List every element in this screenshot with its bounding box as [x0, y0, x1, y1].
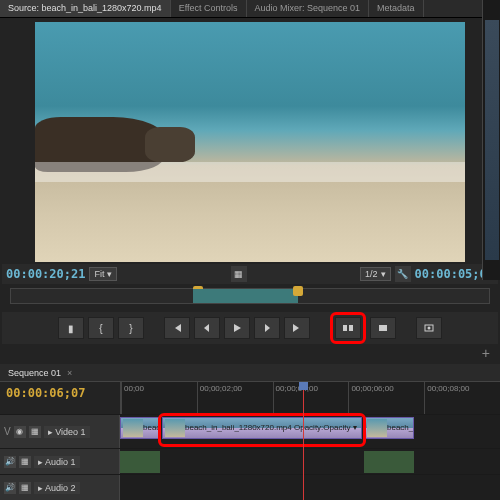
track-name[interactable]: ▸ Audio 1 [34, 456, 80, 468]
speaker-icon[interactable]: 🔊 [4, 456, 16, 468]
ruler-tick: 00;00;06;00 [348, 382, 424, 414]
svg-rect-2 [379, 325, 387, 331]
step-forward-button[interactable] [254, 317, 280, 339]
step-back-button[interactable] [194, 317, 220, 339]
zoom-dropdown[interactable]: Fit▾ [89, 267, 117, 281]
tab-effect-controls[interactable]: Effect Controls [171, 0, 247, 17]
ruler-tick: 00;00;08;00 [424, 382, 500, 414]
ruler-tick: 00;00;02;00 [197, 382, 273, 414]
chevron-down-icon: ▾ [107, 269, 112, 279]
speaker-icon[interactable]: 🔊 [4, 482, 16, 494]
video-clip-main[interactable]: beach_in_bali_1280x720.mp4 Opacity:Opaci… [162, 417, 362, 439]
timeline-header: 00:00:06;07 00;00 00;00;02;00 00;00;04;0… [0, 382, 500, 414]
ruler-tick: 00;00;04;00 [273, 382, 349, 414]
svg-rect-1 [349, 325, 353, 331]
audio-track-2: 🔊 ▦ ▸ Audio 2 [0, 474, 500, 500]
go-to-out-button[interactable] [284, 317, 310, 339]
video-track-header[interactable]: V ◉ ▦ ▸ Video 1 [0, 415, 120, 448]
track-name[interactable]: ▸ Video 1 [44, 426, 90, 438]
tab-source[interactable]: Source: beach_in_bali_1280x720.mp4 [0, 0, 171, 17]
overwrite-button[interactable] [370, 317, 396, 339]
track-name[interactable]: ▸ Audio 2 [34, 482, 80, 494]
playhead-timecode[interactable]: 00:00:06;07 [6, 386, 114, 400]
svg-rect-0 [343, 325, 347, 331]
time-ruler[interactable]: 00;00 00;00;02;00 00;00;04;00 00;00;06;0… [120, 382, 500, 414]
ruler-tick: 00;00 [121, 382, 197, 414]
audio-track-header[interactable]: 🔊 ▦ ▸ Audio 1 [0, 449, 120, 474]
playhead-indicator[interactable] [303, 382, 304, 500]
chevron-down-icon: ▾ [381, 269, 386, 279]
audio-track-content[interactable] [120, 449, 500, 474]
svg-point-4 [428, 327, 431, 330]
marker-button[interactable]: ▮ [58, 317, 84, 339]
lock-icon[interactable]: ▦ [19, 456, 31, 468]
go-to-in-button[interactable] [164, 317, 190, 339]
audio-track-1: 🔊 ▦ ▸ Audio 1 [0, 448, 500, 474]
sequence-tab[interactable]: Sequence 01 × [0, 364, 500, 382]
in-point-timecode[interactable]: 00:00:20;21 [6, 267, 85, 281]
audio-track-header[interactable]: 🔊 ▦ ▸ Audio 2 [0, 475, 120, 500]
source-monitor: 00:00:20;21 Fit▾ ▦ 1/2▾ 🔧 00:00:05;07 ▮ … [0, 18, 500, 364]
lock-icon[interactable]: ▦ [29, 426, 41, 438]
add-controls-row: + [2, 344, 498, 362]
video-clip[interactable]: beach_ [120, 417, 160, 439]
settings-icon[interactable]: ▦ [231, 266, 247, 282]
export-frame-button[interactable] [416, 317, 442, 339]
video-track-1: V ◉ ▦ ▸ Video 1 beach_ beach_in_bali_128… [0, 414, 500, 448]
resolution-dropdown[interactable]: 1/2▾ [360, 267, 391, 281]
out-marker-icon[interactable] [293, 286, 303, 296]
video-clip[interactable]: beach_in [364, 417, 414, 439]
lock-icon[interactable]: ▦ [19, 482, 31, 494]
insert-button[interactable] [335, 317, 361, 339]
mark-in-button[interactable]: { [88, 317, 114, 339]
tab-audio-mixer[interactable]: Audio Mixer: Sequence 01 [247, 0, 370, 17]
highlight-insert [330, 312, 366, 344]
source-tabs: Source: beach_in_bali_1280x720.mp4 Effec… [0, 0, 500, 18]
source-scrubber[interactable] [2, 284, 498, 312]
source-info-bar: 00:00:20;21 Fit▾ ▦ 1/2▾ 🔧 00:00:05;07 [2, 264, 498, 284]
video-preview[interactable] [35, 22, 465, 262]
in-out-range [193, 289, 298, 303]
audio-clip[interactable] [364, 451, 414, 473]
audio-clip[interactable] [120, 451, 160, 473]
v-source-label: V [4, 426, 11, 437]
preview-foam [35, 162, 465, 182]
program-monitor-edge [482, 0, 500, 280]
wrench-icon[interactable]: 🔧 [395, 266, 411, 282]
eye-icon[interactable]: ◉ [14, 426, 26, 438]
tab-metadata[interactable]: Metadata [369, 0, 424, 17]
mark-out-button[interactable]: } [118, 317, 144, 339]
close-icon[interactable]: × [67, 368, 72, 378]
audio-track-content[interactable] [120, 475, 500, 500]
plus-icon[interactable]: + [482, 345, 490, 361]
transport-controls: ▮ { } [2, 312, 498, 344]
video-track-content[interactable]: beach_ beach_in_bali_1280x720.mp4 Opacit… [120, 415, 500, 448]
play-button[interactable] [224, 317, 250, 339]
